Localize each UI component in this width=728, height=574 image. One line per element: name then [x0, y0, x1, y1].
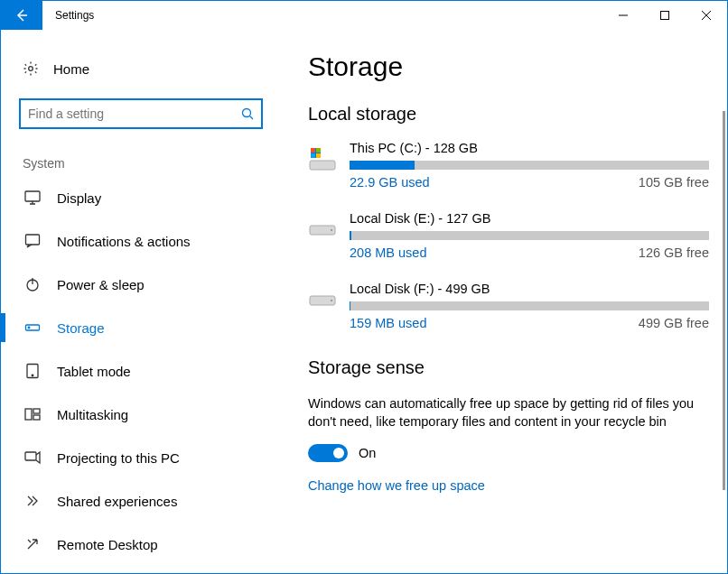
drive-icon — [308, 285, 337, 314]
sidebar-item-projecting[interactable]: Projecting to this PC — [19, 436, 263, 479]
storage-sense-description: Windows can automatically free up space … — [308, 394, 709, 431]
drive-row[interactable]: Local Disk (F:) - 499 GB159 MB used499 G… — [308, 282, 709, 330]
drive-used: 22.9 GB used — [350, 175, 430, 190]
svg-rect-19 — [316, 153, 321, 158]
notifications-icon — [24, 233, 41, 249]
drive-icon — [308, 215, 337, 244]
sidebar-item-label: Power & sleep — [57, 277, 145, 292]
change-free-space-link[interactable]: Change how we free up space — [308, 478, 709, 493]
sidebar-item-label: Shared experiences — [57, 494, 177, 509]
svg-rect-4 — [26, 235, 40, 245]
drive-usage-bar — [350, 161, 709, 170]
drive-row[interactable]: This PC (C:) - 128 GB22.9 GB used105 GB … — [308, 141, 709, 190]
page-title: Storage — [308, 51, 709, 82]
drive-name: Local Disk (F:) - 499 GB — [350, 282, 709, 296]
drive-free: 105 GB free — [639, 175, 709, 190]
sidebar-item-multitasking[interactable]: Multitasking — [19, 393, 263, 436]
svg-rect-11 — [33, 409, 40, 413]
svg-rect-10 — [25, 409, 32, 420]
sidebar-item-label: Notifications & actions — [57, 234, 191, 249]
drive-name: Local Disk (E:) - 127 GB — [350, 211, 709, 226]
svg-point-7 — [28, 327, 30, 329]
svg-rect-17 — [316, 148, 321, 153]
sidebar-item-display[interactable]: Display — [19, 176, 263, 219]
svg-point-2 — [243, 109, 251, 117]
svg-point-23 — [331, 300, 332, 301]
sidebar-item-shared[interactable]: Shared experiences — [19, 479, 263, 523]
sidebar-item-power[interactable]: Power & sleep — [19, 263, 263, 306]
scrollbar[interactable] — [723, 111, 725, 490]
sidebar-item-tablet[interactable]: Tablet mode — [19, 349, 263, 393]
sidebar-item-label: Remote Desktop — [57, 537, 158, 552]
search-input[interactable] — [28, 106, 241, 121]
sidebar-item-label: Projecting to this PC — [57, 450, 180, 466]
remote-icon — [24, 536, 41, 552]
sidebar-item-notifications[interactable]: Notifications & actions — [19, 219, 263, 263]
svg-rect-14 — [310, 161, 335, 170]
home-label: Home — [53, 61, 89, 77]
window-title: Settings — [42, 1, 94, 30]
drive-usage-bar — [350, 301, 709, 310]
sidebar-item-label: Storage — [57, 320, 105, 336]
storage-icon — [24, 319, 41, 336]
drive-icon — [308, 144, 337, 173]
category-label: System — [19, 156, 263, 176]
shared-icon — [24, 493, 41, 509]
drive-used: 208 MB used — [350, 245, 426, 260]
drive-row[interactable]: Local Disk (E:) - 127 GB208 MB used126 G… — [308, 211, 709, 260]
svg-rect-0 — [661, 12, 669, 20]
drive-used: 159 MB used — [350, 316, 426, 330]
gear-icon — [23, 60, 39, 77]
svg-point-9 — [32, 375, 33, 376]
home-button[interactable]: Home — [19, 51, 263, 86]
drive-free: 126 GB free — [639, 245, 709, 260]
display-icon — [24, 190, 41, 206]
drive-usage-bar — [350, 231, 709, 240]
search-box[interactable] — [19, 98, 263, 129]
svg-rect-12 — [33, 415, 40, 420]
storage-sense-toggle-label: On — [359, 446, 376, 460]
multitasking-icon — [24, 406, 41, 422]
svg-point-21 — [331, 229, 332, 231]
storage-sense-toggle[interactable] — [308, 444, 348, 462]
search-icon — [241, 107, 254, 120]
maximize-button[interactable] — [644, 1, 686, 30]
svg-rect-13 — [25, 452, 36, 460]
close-button[interactable] — [686, 1, 727, 30]
svg-rect-3 — [25, 191, 40, 201]
drive-name: This PC (C:) - 128 GB — [350, 141, 709, 155]
drive-free: 499 GB free — [639, 316, 709, 330]
local-storage-header: Local storage — [308, 104, 709, 125]
sidebar-item-label: Display — [57, 190, 101, 206]
sidebar-item-storage[interactable]: Storage — [19, 306, 263, 349]
back-button[interactable] — [1, 1, 42, 30]
sidebar-item-remote[interactable]: Remote Desktop — [19, 523, 263, 566]
projecting-icon — [24, 449, 41, 466]
svg-rect-18 — [311, 153, 315, 158]
storage-sense-header: Storage sense — [308, 357, 709, 378]
sidebar-item-label: Tablet mode — [57, 364, 131, 379]
svg-rect-16 — [311, 148, 315, 153]
minimize-button[interactable] — [602, 1, 644, 30]
tablet-icon — [24, 363, 41, 379]
svg-point-1 — [29, 67, 33, 71]
nav-list: DisplayNotifications & actionsPower & sl… — [19, 176, 263, 566]
power-icon — [24, 276, 41, 292]
sidebar-item-label: Multitasking — [57, 407, 128, 422]
